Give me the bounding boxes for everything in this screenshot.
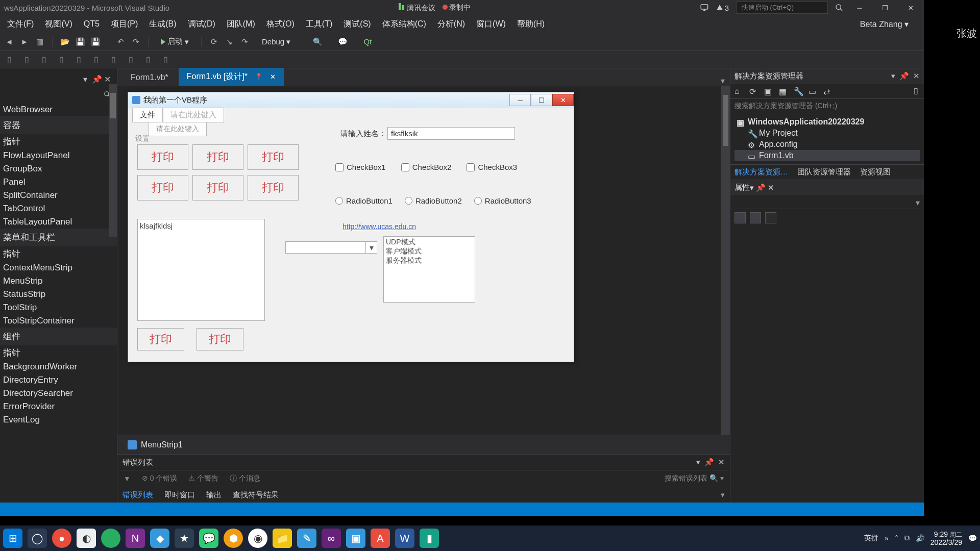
maximize-button[interactable]: ❐ bbox=[876, 2, 894, 14]
errors-count[interactable]: ⊘ 0 个错误 bbox=[142, 474, 178, 483]
pin-icon[interactable]: 📌 bbox=[704, 458, 714, 467]
radio3[interactable]: RadioButton3 bbox=[474, 196, 531, 205]
nav-back-icon[interactable]: ◄ bbox=[4, 37, 14, 47]
close-icon[interactable]: ✕ bbox=[913, 71, 920, 81]
network-icon[interactable]: ⧉ bbox=[904, 534, 910, 542]
combobox[interactable]: ▾ bbox=[285, 241, 377, 254]
print-button[interactable]: 打印 bbox=[137, 328, 184, 350]
menu-file-item[interactable]: 文件 bbox=[132, 108, 163, 122]
toolbox-item[interactable]: ContextMenuStrip bbox=[0, 261, 117, 274]
redo-icon[interactable]: ↷ bbox=[131, 37, 141, 47]
tab-output[interactable]: 输出 bbox=[206, 490, 222, 500]
toolbox-item[interactable]: WebBrowser bbox=[0, 103, 117, 116]
menu-view[interactable]: 视图(V) bbox=[41, 17, 76, 32]
form-maximize-button[interactable]: ☐ bbox=[531, 94, 552, 106]
app-icon[interactable]: ▮ bbox=[420, 529, 439, 548]
tab-find-symbols[interactable]: 查找符号结果 bbox=[233, 490, 279, 500]
side-toolbox-collapsed[interactable]: ▯ bbox=[914, 86, 923, 97]
config-dropdown[interactable]: Debug ▾ bbox=[255, 36, 298, 48]
print-button[interactable]: 打印 bbox=[192, 175, 243, 201]
same-width-icon[interactable]: ▯ bbox=[111, 55, 121, 65]
menu-window[interactable]: 窗口(W) bbox=[472, 17, 510, 32]
align-middle-icon[interactable]: ▯ bbox=[77, 55, 87, 65]
form-close-button[interactable]: ✕ bbox=[552, 94, 574, 106]
menu-placeholder[interactable]: 请在此处键入 bbox=[163, 108, 224, 122]
tab-error-list[interactable]: 错误列表 bbox=[122, 490, 153, 500]
properties-dropdown[interactable]: ▾ bbox=[734, 198, 920, 209]
search-icon[interactable] bbox=[835, 4, 843, 12]
send-back-icon[interactable]: ▯ bbox=[163, 55, 174, 65]
app-icon[interactable]: ★ bbox=[175, 529, 194, 548]
tab-designer[interactable]: Form1.vb [设计]* 📍 ✕ bbox=[179, 68, 284, 86]
toolbox-search[interactable]: ▾ 📌 ✕ bbox=[2, 72, 115, 86]
tencent-meeting-icon[interactable]: ▣ bbox=[346, 529, 365, 548]
print-button[interactable]: 打印 bbox=[248, 144, 299, 170]
menu-analyze[interactable]: 分析(N) bbox=[433, 17, 469, 32]
myproject-node[interactable]: 🔧 My Project bbox=[734, 128, 920, 139]
toolbox-item[interactable]: 指针 bbox=[0, 246, 117, 261]
tab-immediate[interactable]: 即时窗口 bbox=[164, 490, 195, 500]
toolbox-item[interactable]: StatusStrip bbox=[0, 288, 117, 301]
menu-team[interactable]: 团队(M) bbox=[223, 17, 259, 32]
minimize-button[interactable]: ─ bbox=[850, 2, 869, 14]
same-height-icon[interactable]: ▯ bbox=[129, 55, 139, 65]
open-icon[interactable]: 📂 bbox=[60, 37, 70, 47]
comment-icon[interactable]: 💬 bbox=[337, 37, 348, 47]
pin-icon[interactable]: 📌 bbox=[92, 74, 102, 84]
start-debug-button[interactable]: 启动 ▾ bbox=[156, 35, 194, 48]
sync-icon[interactable]: ⇄ bbox=[823, 87, 832, 95]
toolbox-item[interactable]: ToolStripContainer bbox=[0, 314, 117, 328]
collapse-all-icon[interactable]: ▣ bbox=[764, 87, 773, 95]
multiline-textbox[interactable]: klsajfkldsj bbox=[137, 219, 265, 321]
save-icon[interactable]: 💾 bbox=[75, 37, 85, 47]
close-button[interactable]: ✕ bbox=[901, 2, 920, 14]
wechat-icon[interactable]: 💬 bbox=[199, 529, 218, 548]
menu-tools[interactable]: 工具(T) bbox=[302, 17, 336, 32]
tab-team-explorer[interactable]: 团队资源管理器 bbox=[797, 167, 851, 177]
step-over-icon[interactable]: ↷ bbox=[239, 37, 250, 47]
refresh-icon[interactable]: ⟳ bbox=[749, 87, 758, 95]
menu-architecture[interactable]: 体系结构(C) bbox=[378, 17, 430, 32]
action-center-icon[interactable]: 💬 bbox=[968, 534, 977, 542]
toolbox-item[interactable]: ErrorProvider bbox=[0, 400, 117, 413]
tabs-overflow-icon[interactable]: ▾ bbox=[721, 76, 730, 86]
print-button[interactable]: 打印 bbox=[248, 175, 299, 201]
print-button[interactable]: 打印 bbox=[192, 144, 243, 170]
radio1[interactable]: RadioButton1 bbox=[335, 196, 393, 205]
collapse-icon[interactable]: ▾ bbox=[721, 490, 725, 499]
toolbox-item[interactable]: GroupBox bbox=[0, 162, 117, 176]
toolbox-category[interactable]: 组件 bbox=[0, 328, 117, 345]
form1-node[interactable]: ▭ Form1.vb bbox=[734, 150, 920, 161]
dropdown-icon[interactable]: ▾ bbox=[696, 458, 700, 467]
tray-chevron-icon[interactable]: ˄ bbox=[895, 534, 898, 542]
winform-design[interactable]: 我的第一个VB程序 ─ ☐ ✕ 文件 请在此处键入 请在此处键入 bbox=[128, 92, 574, 362]
signed-in-user[interactable]: Beta Zhang ▾ bbox=[860, 19, 921, 29]
app-icon[interactable]: ◐ bbox=[77, 529, 96, 548]
toolbox-item[interactable]: MenuStrip bbox=[0, 274, 117, 288]
print-button[interactable]: 打印 bbox=[197, 328, 243, 350]
project-node[interactable]: ▣ WindowsApplication20220329 bbox=[734, 116, 920, 128]
tab-solution-explorer[interactable]: 解决方案资源… bbox=[734, 167, 788, 177]
taskbar-clock[interactable]: 9:29 周二 2022/3/29 bbox=[930, 530, 962, 547]
warnings-count[interactable]: ⚠ 个警告 bbox=[188, 474, 218, 483]
word-icon[interactable]: W bbox=[395, 529, 414, 548]
nav-drop-icon[interactable]: ▾ bbox=[83, 74, 87, 84]
tab-resource-view[interactable]: 资源视图 bbox=[860, 167, 891, 177]
toolbox-item[interactable]: TabControl bbox=[0, 202, 117, 215]
acrobat-icon[interactable]: A bbox=[371, 529, 390, 548]
toolbox-category[interactable]: 容器 bbox=[0, 116, 117, 134]
pin-icon[interactable]: 📌 bbox=[756, 183, 766, 192]
pin-icon[interactable]: 📌 bbox=[899, 71, 909, 81]
list-item[interactable]: 客户端模式 bbox=[386, 247, 473, 256]
app-icon[interactable] bbox=[101, 529, 120, 548]
bring-front-icon[interactable]: ▯ bbox=[146, 55, 156, 65]
show-all-icon[interactable]: ▦ bbox=[779, 87, 788, 95]
align-bottom-icon[interactable]: ▯ bbox=[94, 55, 104, 65]
onenote-icon[interactable]: N bbox=[126, 529, 145, 548]
categorized-icon[interactable] bbox=[734, 212, 746, 223]
solution-search[interactable]: 搜索解决方案资源管理器 (Ctrl+;) bbox=[730, 99, 924, 113]
tab-code[interactable]: Form1.vb* bbox=[122, 69, 177, 86]
toolbox-scrollbar[interactable] bbox=[109, 84, 117, 237]
cortana-icon[interactable]: ◯ bbox=[28, 529, 47, 548]
linklabel[interactable]: http://www.ucas.edu.cn bbox=[342, 222, 416, 231]
